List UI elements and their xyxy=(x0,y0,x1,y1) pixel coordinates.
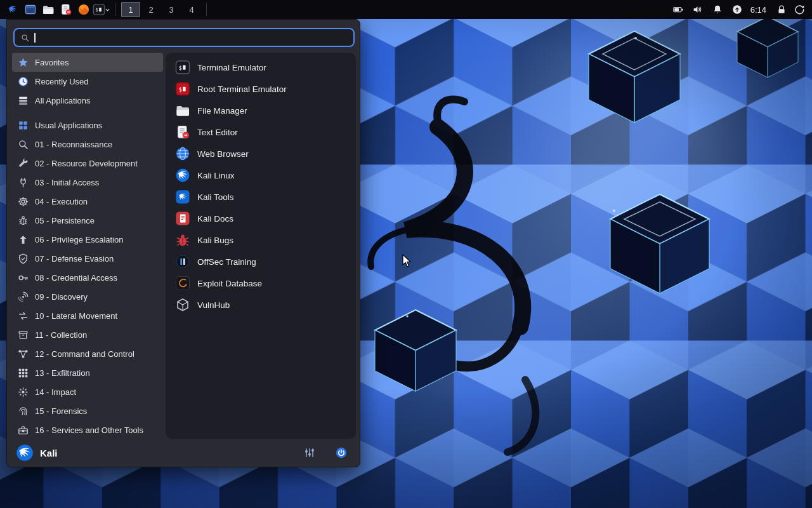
workspace-button-2[interactable]: 2 xyxy=(141,2,160,17)
window-launcher-button[interactable] xyxy=(22,1,39,18)
app-item-label: Kali Docs xyxy=(197,214,233,224)
text-editor-launcher-button[interactable] xyxy=(57,1,75,18)
battery-icon[interactable] xyxy=(672,4,684,15)
sidebar-item-label: 07 - Defense Evasion xyxy=(35,254,114,264)
sidebar-item-favorites[interactable]: Favorites xyxy=(12,53,163,72)
workspace-button-1[interactable]: 1 xyxy=(121,2,140,17)
sidebar-item-label: 03 - Initial Access xyxy=(35,178,99,187)
whisker-menu: Favorites Recently Used All Applications… xyxy=(6,19,360,467)
bug-red-icon xyxy=(175,232,190,248)
app-item-kali-bugs[interactable]: Kali Bugs xyxy=(169,229,352,251)
sidebar-item-label: 05 - Persistence xyxy=(35,216,95,225)
session-restart-button[interactable] xyxy=(790,1,808,18)
gear-icon xyxy=(17,196,29,208)
text-caret xyxy=(34,33,36,43)
kali-menu-icon xyxy=(6,3,19,16)
sidebar-item-defense-evasion[interactable]: 07 - Defense Evasion xyxy=(12,249,163,268)
sidebar-item-label: Favorites xyxy=(35,58,69,67)
chevron-down-icon xyxy=(104,6,111,13)
toolbox-icon xyxy=(17,424,29,436)
app-item-offsec-training[interactable]: OffSec Training xyxy=(169,251,352,272)
session-restart-icon xyxy=(793,3,806,16)
sidebar-item-exfiltration[interactable]: 13 - Exfiltration xyxy=(12,363,163,382)
sidebar-item-command-and-control[interactable]: 12 - Command and Control xyxy=(12,344,163,363)
grid-icon xyxy=(17,119,29,131)
key-icon xyxy=(17,272,29,284)
clock[interactable]: 6:14 xyxy=(750,5,766,15)
kali-user-avatar xyxy=(16,444,34,462)
app-item-terminal-emulator[interactable]: Terminal Emulator xyxy=(169,57,352,78)
sidebar-item-forensics[interactable]: 15 - Forensics xyxy=(12,401,163,420)
app-item-exploit-database[interactable]: Exploit Database xyxy=(169,272,352,294)
text-editor-icon xyxy=(60,3,72,16)
app-item-label: VulnHub xyxy=(197,300,230,310)
box-icon xyxy=(17,329,29,341)
sidebar-item-label: Usual Applications xyxy=(35,121,102,130)
menu-logout-button[interactable] xyxy=(332,443,351,462)
app-item-label: Web Browser xyxy=(197,149,249,159)
offsec-icon xyxy=(175,254,190,269)
app-item-label: Root Terminal Emulator xyxy=(197,84,287,94)
status-circle-icon[interactable] xyxy=(731,4,743,15)
firefox-launcher-button[interactable] xyxy=(75,1,93,18)
arrows-icon xyxy=(17,310,29,322)
sidebar-item-initial-access[interactable]: 03 - Initial Access xyxy=(12,173,163,192)
app-item-label: Kali Linux xyxy=(197,171,235,180)
app-item-file-manager[interactable]: File Manager xyxy=(169,100,352,121)
sidebar-item-collection[interactable]: 11 - Collection xyxy=(12,325,163,344)
burst-icon xyxy=(17,386,29,398)
wrench-icon xyxy=(17,157,29,170)
magnifier-icon xyxy=(17,138,29,150)
app-item-label: OffSec Training xyxy=(197,257,256,267)
vulnhub-icon xyxy=(175,297,190,312)
lock-screen-button[interactable] xyxy=(773,1,790,18)
terminal-launcher-button[interactable] xyxy=(93,1,111,18)
sidebar-item-label: Recently Used xyxy=(35,77,89,86)
sidebar-item-services-and-other-tools[interactable]: 16 - Services and Other Tools xyxy=(12,420,163,439)
kali-menu-button[interactable] xyxy=(4,1,22,18)
sidebar-item-execution[interactable]: 04 - Execution xyxy=(12,192,163,211)
sidebar-item-reconnaissance[interactable]: 01 - Reconnaissance xyxy=(12,135,163,154)
workspace-button-4[interactable]: 4 xyxy=(182,2,201,17)
sidebar-item-usual-applications[interactable]: Usual Applications xyxy=(12,116,163,135)
file-manager-launcher-button[interactable] xyxy=(39,1,57,18)
app-item-root-terminal-emulator[interactable]: Root Terminal Emulator xyxy=(169,78,352,100)
sidebar-item-persistence[interactable]: 05 - Persistence xyxy=(12,211,163,230)
sliders-icon xyxy=(303,446,316,459)
exploit-db-icon xyxy=(175,276,190,291)
speaker-icon[interactable] xyxy=(692,4,704,15)
sidebar-item-lateral-movement[interactable]: 10 - Lateral Movement xyxy=(12,306,163,325)
app-item-kali-docs[interactable]: Kali Docs xyxy=(169,208,352,229)
clock-icon xyxy=(17,76,29,88)
root-terminal-icon xyxy=(175,81,190,97)
grid9-icon xyxy=(17,367,29,379)
sidebar-item-discovery[interactable]: 09 - Discovery xyxy=(12,287,163,306)
app-item-kali-tools[interactable]: Kali Tools xyxy=(169,186,352,208)
app-item-label: File Manager xyxy=(197,106,247,116)
sidebar-item-label: 15 - Forensics xyxy=(35,406,87,416)
sidebar-item-label: 02 - Resource Development xyxy=(35,159,138,168)
folder-icon xyxy=(175,103,190,118)
search-bar[interactable] xyxy=(13,28,355,47)
sidebar-item-label: All Applications xyxy=(35,96,90,105)
app-item-text-editor[interactable]: Text Editor xyxy=(169,121,352,143)
sidebar-item-privilege-escalation[interactable]: 06 - Privilege Escalation xyxy=(12,230,163,249)
sidebar-item-recently-used[interactable]: Recently Used xyxy=(12,72,163,91)
app-item-kali-linux[interactable]: Kali Linux xyxy=(169,164,352,186)
sidebar-item-credential-access[interactable]: 08 - Credential Access xyxy=(12,268,163,287)
app-item-vulnhub[interactable]: VulnHub xyxy=(169,294,352,316)
app-item-web-browser[interactable]: Web Browser xyxy=(169,143,352,164)
workspace-button-3[interactable]: 3 xyxy=(162,2,181,17)
search-icon xyxy=(20,33,30,43)
search-input[interactable] xyxy=(40,33,348,43)
menu-settings-button[interactable] xyxy=(300,443,319,462)
sidebar-item-label: 09 - Discovery xyxy=(35,292,88,302)
sidebar-item-all-applications[interactable]: All Applications xyxy=(12,91,163,110)
sidebar-item-resource-development[interactable]: 02 - Resource Development xyxy=(12,154,163,173)
sidebar-item-impact[interactable]: 14 - Impact xyxy=(12,382,163,401)
bell-icon[interactable] xyxy=(712,4,723,15)
file-manager-icon xyxy=(42,3,55,16)
app-item-label: Kali Tools xyxy=(197,192,234,202)
desktop: 1 2 3 4 6:14 Favorites xyxy=(0,0,812,508)
panel-separator xyxy=(115,3,116,16)
